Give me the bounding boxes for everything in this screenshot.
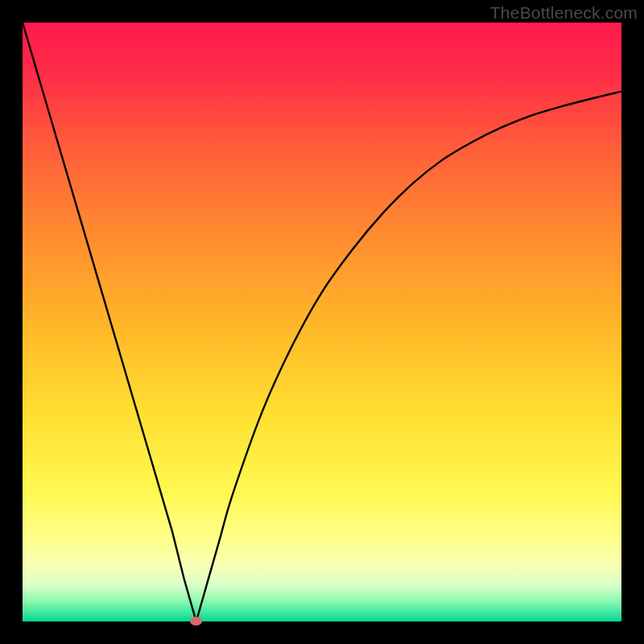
- plot-svg: [23, 23, 621, 621]
- optimum-marker: [190, 617, 202, 625]
- chart-frame: [23, 23, 621, 621]
- gradient-background: [23, 23, 621, 621]
- watermark-text: TheBottleneck.com: [490, 3, 638, 23]
